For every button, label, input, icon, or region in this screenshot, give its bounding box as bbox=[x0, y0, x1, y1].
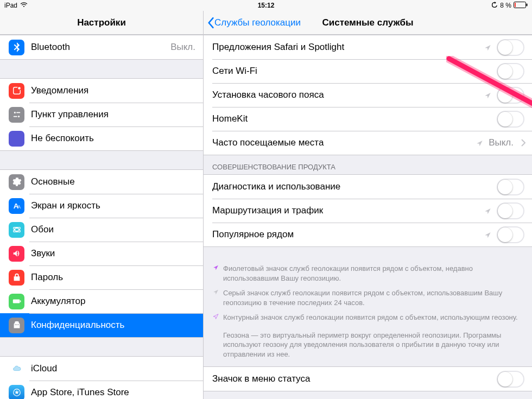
passcode-label: Пароль bbox=[31, 272, 203, 283]
appstore-label: App Store, iTunes Store bbox=[31, 387, 203, 398]
passcode-row[interactable]: Пароль bbox=[0, 265, 203, 289]
svg-point-5 bbox=[14, 112, 15, 113]
frequent-label: Часто посещаемые места bbox=[212, 137, 476, 148]
wifi-icon bbox=[20, 2, 28, 10]
right-title: Системные службы bbox=[322, 17, 413, 28]
privacy-label: Конфиденциальность bbox=[31, 320, 203, 331]
dnd-row[interactable]: Не беспокоить bbox=[0, 126, 203, 150]
footer-purple: Фиолетовый значок служб геолокации появи… bbox=[204, 261, 532, 286]
general-icon bbox=[9, 174, 24, 190]
diagnostics-row[interactable]: Диагностика и использование bbox=[204, 175, 532, 199]
settings-detail-pane: Службы геолокации Системные службы Предл… bbox=[204, 11, 532, 399]
safari-spotlight-label: Предложения Safari и Spotlight bbox=[212, 42, 484, 53]
notifications-row[interactable]: Уведомления bbox=[0, 79, 203, 103]
safari-spotlight-row[interactable]: Предложения Safari и Spotlight bbox=[204, 35, 532, 59]
svg-rect-15 bbox=[20, 300, 21, 302]
svg-text:A: A bbox=[17, 204, 20, 210]
location-arrow-icon bbox=[484, 44, 491, 51]
status-bar: iPad 15:12 8 % bbox=[0, 0, 532, 11]
bluetooth-row[interactable]: Bluetooth Выкл. bbox=[0, 35, 203, 59]
homekit-row[interactable]: HomeKit bbox=[204, 107, 532, 131]
left-navbar: Настройки bbox=[0, 11, 203, 35]
svg-point-7 bbox=[18, 116, 20, 117]
status-icon-label: Значок в меню статуса bbox=[212, 373, 497, 384]
dnd-label: Не беспокоить bbox=[31, 133, 203, 144]
display-label: Экран и яркость bbox=[31, 200, 203, 211]
control-center-icon bbox=[9, 107, 24, 123]
wifi-networks-row[interactable]: Сети Wi-Fi bbox=[204, 59, 532, 83]
improvement-header: СОВЕРШЕНСТВОВАНИЕ ПРОДУКТА bbox=[204, 155, 532, 174]
control-center-label: Пункт управления bbox=[31, 109, 203, 120]
back-button[interactable]: Службы геолокации bbox=[207, 17, 301, 29]
sounds-row[interactable]: Звуки bbox=[0, 242, 203, 265]
svg-rect-6 bbox=[16, 112, 20, 113]
bluetooth-label: Bluetooth bbox=[31, 42, 170, 53]
location-arrow-outline-icon bbox=[212, 313, 219, 322]
battery-icon bbox=[514, 2, 528, 10]
homekit-label: HomeKit bbox=[212, 113, 497, 124]
bluetooth-icon bbox=[9, 40, 24, 55]
diagnostics-toggle[interactable] bbox=[497, 179, 524, 195]
battery-row-icon bbox=[9, 294, 24, 309]
popular-label: Популярное рядом bbox=[212, 229, 484, 240]
icloud-row[interactable]: iCloud bbox=[0, 357, 203, 381]
sounds-label: Звуки bbox=[31, 248, 203, 259]
sounds-icon bbox=[9, 246, 24, 262]
privacy-icon bbox=[9, 318, 24, 333]
dnd-icon bbox=[9, 131, 24, 147]
rotation-lock-icon bbox=[491, 2, 498, 10]
safari-toggle[interactable] bbox=[497, 39, 524, 56]
routing-row[interactable]: Маршрутизация и трафик bbox=[204, 199, 532, 223]
location-arrow-gray-icon bbox=[212, 288, 219, 307]
popular-row[interactable]: Популярное рядом bbox=[204, 223, 532, 246]
wallpaper-label: Обои bbox=[31, 224, 203, 235]
location-arrow-icon bbox=[484, 231, 491, 238]
display-row[interactable]: AA Экран и яркость bbox=[0, 194, 203, 218]
wallpaper-icon bbox=[9, 222, 24, 238]
homekit-toggle[interactable] bbox=[497, 111, 524, 128]
svg-rect-1 bbox=[526, 3, 527, 6]
wifi-toggle[interactable] bbox=[497, 63, 524, 80]
frequent-value: Выкл. bbox=[489, 137, 514, 148]
device-label: iPad bbox=[4, 2, 17, 9]
footer-outline: Контурный значок служб геолокации появит… bbox=[204, 310, 532, 325]
settings-master-pane: Настройки Bluetooth Выкл. bbox=[0, 11, 204, 399]
diagnostics-label: Диагностика и использование bbox=[212, 181, 497, 192]
wallpaper-row[interactable]: Обои bbox=[0, 218, 203, 242]
chevron-right-icon bbox=[521, 139, 525, 147]
control-center-row[interactable]: Пункт управления bbox=[0, 103, 203, 126]
battery-row[interactable]: Аккумулятор bbox=[0, 289, 203, 313]
svg-rect-14 bbox=[12, 299, 20, 303]
icloud-label: iCloud bbox=[31, 363, 203, 374]
svg-point-4 bbox=[17, 86, 21, 90]
right-navbar: Службы геолокации Системные службы bbox=[204, 11, 532, 35]
svg-rect-8 bbox=[13, 116, 17, 117]
location-arrow-icon bbox=[476, 140, 483, 147]
battery-label: Аккумулятор bbox=[31, 296, 203, 307]
timezone-toggle[interactable] bbox=[497, 87, 524, 104]
display-icon: AA bbox=[9, 198, 24, 214]
general-label: Основные bbox=[31, 176, 203, 187]
back-label: Службы геолокации bbox=[214, 17, 301, 28]
svg-rect-2 bbox=[515, 3, 516, 7]
clock: 15:12 bbox=[179, 2, 353, 9]
popular-toggle[interactable] bbox=[497, 226, 524, 243]
timezone-label: Установка часового пояса bbox=[212, 90, 484, 100]
footer-geofence-note: Геозона — это виртуальный периметр вокру… bbox=[204, 325, 532, 367]
location-arrow-purple-icon bbox=[212, 264, 219, 283]
wifi-networks-label: Сети Wi-Fi bbox=[212, 66, 497, 77]
general-row[interactable]: Основные bbox=[0, 170, 203, 194]
appstore-icon bbox=[9, 385, 24, 400]
routing-toggle[interactable] bbox=[497, 202, 524, 219]
notifications-label: Уведомления bbox=[31, 85, 203, 96]
status-icon-toggle[interactable] bbox=[497, 371, 524, 388]
frequent-row[interactable]: Часто посещаемые места Выкл. bbox=[204, 131, 532, 155]
appstore-row[interactable]: App Store, iTunes Store bbox=[0, 381, 203, 399]
privacy-row[interactable]: Конфиденциальность bbox=[0, 313, 203, 337]
status-icon-row[interactable]: Значок в меню статуса bbox=[204, 367, 532, 391]
bluetooth-value: Выкл. bbox=[170, 42, 195, 53]
notifications-icon bbox=[9, 83, 24, 99]
location-arrow-icon bbox=[484, 207, 491, 214]
timezone-row[interactable]: Установка часового пояса bbox=[204, 83, 532, 107]
location-arrow-icon bbox=[484, 92, 491, 99]
